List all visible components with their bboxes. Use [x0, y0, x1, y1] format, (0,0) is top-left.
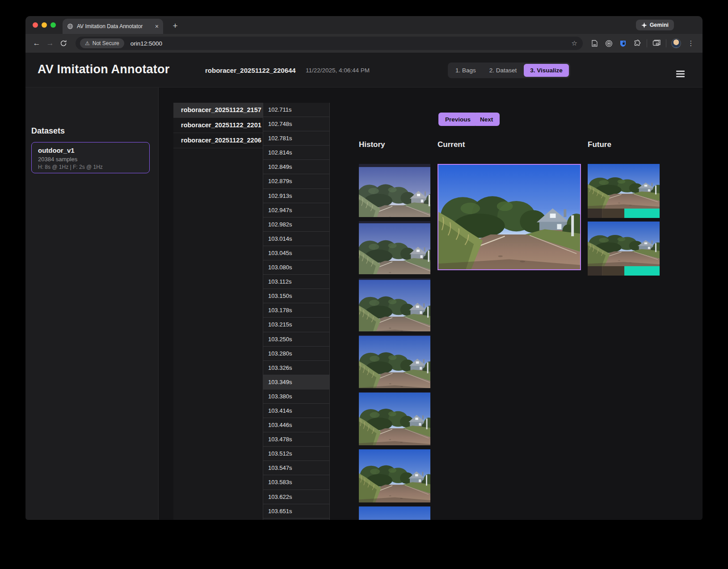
timestamp-list-item[interactable]: 102.913s: [263, 189, 329, 203]
globe-favicon-icon: [67, 23, 73, 29]
timestamp-list-item[interactable]: 102.748s: [263, 117, 329, 131]
timestamp-list-item[interactable]: 103.512s: [263, 447, 329, 461]
tab-strip: AV Imitation Data Annotator × + Gemini: [25, 16, 703, 34]
future-frame-image: [588, 222, 660, 276]
close-window-button[interactable]: [33, 22, 38, 28]
gemini-button[interactable]: Gemini: [636, 20, 674, 30]
app-page: AV Imitation Annotator roboracer_2025112…: [25, 53, 703, 520]
timestamp-list: 102.711s102.748s102.781s102.814s102.849s…: [263, 103, 330, 520]
current-bag-name: roboracer_20251122_220644: [205, 67, 296, 74]
timestamp-list-item[interactable]: 103.414s: [263, 404, 329, 418]
timestamp-list-item[interactable]: 103.280s: [263, 347, 329, 361]
dataset-samples: 20384 samples: [38, 156, 143, 163]
timestamp-list-item[interactable]: 102.711s: [263, 103, 329, 117]
app-title: AV Imitation Annotator: [38, 63, 169, 76]
app-header: AV Imitation Annotator roboracer_2025112…: [25, 53, 703, 88]
browser-menu-kebab-icon[interactable]: ⋮: [685, 38, 697, 49]
timestamp-list-item[interactable]: 103.380s: [263, 389, 329, 404]
timestamp-list-item[interactable]: 102.879s: [263, 174, 329, 188]
not-secure-label: Not Secure: [93, 40, 119, 46]
gemini-spark-icon: [641, 22, 647, 28]
reading-list-icon[interactable]: [589, 38, 600, 49]
timestamp-list-item[interactable]: 103.045s: [263, 246, 329, 260]
current-column-header: Current: [438, 140, 465, 149]
history-frame-image: [359, 506, 430, 520]
back-button[interactable]: ←: [30, 37, 43, 50]
dataset-name: outdoor_v1: [38, 146, 143, 154]
bag-list-item[interactable]: roboracer_20251122_2206: [173, 133, 263, 148]
new-tab-button[interactable]: +: [169, 20, 181, 32]
timestamp-list-item[interactable]: 103.326s: [263, 361, 329, 375]
timestamp-list-item[interactable]: 103.478s: [263, 432, 329, 447]
timestamp-list-item[interactable]: 102.814s: [263, 146, 329, 160]
previous-button[interactable]: Previous: [438, 113, 477, 126]
toolbar-divider: [647, 39, 647, 47]
timestamp-list-item[interactable]: 103.080s: [263, 260, 329, 275]
target-extension-icon[interactable]: [603, 38, 614, 49]
password-shield-icon[interactable]: [617, 38, 629, 49]
timestamp-list-item[interactable]: 103.622s: [263, 490, 329, 504]
zoom-window-button[interactable]: [50, 22, 56, 28]
timestamp-list-item[interactable]: 102.982s: [263, 218, 329, 232]
timestamp-list-item[interactable]: 102.947s: [263, 203, 329, 218]
timestamp-list-item[interactable]: 103.178s: [263, 303, 329, 318]
timestamp-list-item[interactable]: 103.349s: [263, 375, 329, 389]
datasets-sidebar: Datasets outdoor_v1 20384 samples H: 8s …: [25, 88, 159, 520]
bag-datetime: 11/22/2025, 4:06:44 PM: [306, 67, 370, 74]
step-nav: 1. Bags2. Dataset3. Visualize: [448, 63, 570, 78]
minimize-window-button[interactable]: [42, 22, 47, 28]
future-frame-image: [588, 164, 660, 218]
teal-overlay: [624, 266, 660, 276]
datasets-heading: Datasets: [31, 126, 65, 136]
future-annotation-strip: [588, 209, 660, 218]
timestamp-list-item[interactable]: 103.446s: [263, 418, 329, 432]
current-frame-image: [438, 164, 581, 270]
timestamp-list-item[interactable]: 103.547s: [263, 461, 329, 475]
timestamp-list-item[interactable]: 103.112s: [263, 275, 329, 289]
toolbar-divider: [666, 39, 666, 47]
timestamp-list-item[interactable]: 103.014s: [263, 232, 329, 246]
step-nav-item[interactable]: 2. Dataset: [483, 64, 523, 77]
timestamp-list-item[interactable]: 103.150s: [263, 289, 329, 303]
warning-icon: ⚠: [85, 40, 90, 46]
history-frame-image: [359, 335, 430, 388]
history-frame-image: [359, 221, 430, 274]
url-text[interactable]: orin12:5000: [130, 40, 572, 47]
extensions-puzzle-icon[interactable]: [631, 38, 643, 49]
next-button[interactable]: Next: [473, 113, 500, 126]
timestamp-list-item[interactable]: 103.583s: [263, 475, 329, 490]
history-frame-image: [359, 392, 430, 445]
window-controls: [33, 22, 56, 28]
history-column-header: History: [359, 140, 385, 149]
tab-title: AV Imitation Data Annotator: [77, 23, 152, 29]
step-nav-item[interactable]: 1. Bags: [449, 64, 482, 77]
search-tabs-icon[interactable]: [651, 38, 662, 49]
address-bar[interactable]: ⚠ Not Secure orin12:5000 ☆: [76, 37, 583, 50]
timestamp-list-item[interactable]: 103.215s: [263, 318, 329, 332]
browser-window: AV Imitation Data Annotator × + Gemini ←…: [25, 16, 703, 520]
gemini-label: Gemini: [650, 22, 669, 28]
future-column-header: Future: [588, 140, 611, 149]
step-nav-item[interactable]: 3. Visualize: [524, 64, 569, 77]
tab-close-icon[interactable]: ×: [155, 23, 159, 30]
future-annotation-strip: [588, 266, 660, 276]
bag-list-item[interactable]: roboracer_20251122_2201: [173, 118, 263, 133]
profile-avatar[interactable]: [671, 38, 681, 48]
teal-overlay: [624, 209, 660, 218]
timestamp-list-item[interactable]: 102.781s: [263, 131, 329, 146]
bag-list: roboracer_20251122_2157roboracer_2025112…: [173, 103, 263, 520]
timestamp-list-item[interactable]: 103.250s: [263, 332, 329, 347]
dataset-config: H: 8s @ 1Hz | F: 2s @ 1Hz: [38, 164, 143, 170]
browser-toolbar: ← → ⚠ Not Secure orin12:5000 ☆: [25, 34, 703, 53]
bag-list-item[interactable]: roboracer_20251122_2157: [173, 103, 263, 118]
bookmark-star-icon[interactable]: ☆: [572, 39, 577, 47]
history-frame-image: [359, 449, 430, 502]
timestamp-list-item[interactable]: 103.651s: [263, 504, 329, 519]
timestamp-list-item[interactable]: 102.849s: [263, 160, 329, 174]
not-secure-chip[interactable]: ⚠ Not Secure: [80, 38, 124, 48]
browser-tab[interactable]: AV Imitation Data Annotator ×: [63, 19, 163, 34]
hamburger-menu-icon[interactable]: [676, 71, 685, 77]
forward-button[interactable]: →: [43, 37, 57, 50]
dataset-card[interactable]: outdoor_v1 20384 samples H: 8s @ 1Hz | F…: [31, 142, 150, 173]
reload-button[interactable]: [57, 37, 70, 50]
